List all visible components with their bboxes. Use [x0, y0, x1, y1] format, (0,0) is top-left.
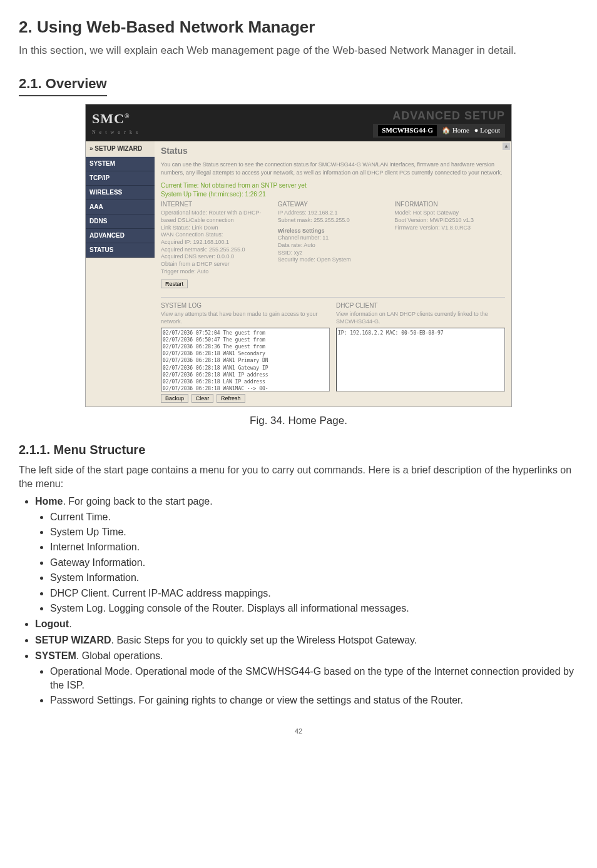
status-title: Status [161, 145, 505, 158]
list-item: Internet Information. [50, 540, 578, 554]
information-heading: INFORMATION [394, 200, 505, 209]
home-link[interactable]: 🏠 Home [442, 126, 469, 135]
list-item: System Log. Logging console of the Route… [50, 602, 578, 615]
sidebar-item-wireless[interactable]: WIRELESS [86, 186, 155, 200]
figure-caption: Fig. 34. Home Page. [19, 413, 578, 428]
dhcp-client-desc: View information on LAN DHCP clients cur… [336, 310, 505, 326]
list-item: Password Settings. For gaining rights to… [50, 694, 578, 707]
menu-list: Home. For going back to the start page. … [19, 495, 578, 707]
list-item: System Up Time. [50, 525, 578, 539]
system-log-heading: SYSTEM LOG [161, 301, 330, 310]
sidebar: » SETUP WIZARD SYSTEM TCP/IP WIRELESS AA… [86, 141, 155, 406]
list-item: Current Time. [50, 510, 578, 524]
gateway-details: IP Address: 192.168.2.1 Subnet mask: 255… [278, 209, 389, 224]
internet-heading: INTERNET [161, 200, 272, 209]
page-title: 2. Using Web-Based Network Manager [19, 16, 578, 38]
status-desc: You can use the Status screen to see the… [161, 161, 505, 176]
intro-text: In this section, we will explain each We… [19, 43, 578, 58]
list-item: Operational Mode. Operational mode of th… [50, 665, 578, 693]
gateway-heading: GATEWAY [278, 200, 389, 209]
list-item: Home. For going back to the start page. … [35, 495, 578, 615]
scroll-up-icon[interactable]: ▲ [503, 143, 510, 150]
logout-link[interactable]: ● Logout [474, 126, 500, 135]
section-menu-structure: 2.1.1. Menu Structure [19, 441, 578, 458]
wireless-settings-details: Channel number: 11 Data rate: Auto SSID:… [278, 235, 389, 264]
sidebar-item-aaa[interactable]: AAA [86, 200, 155, 214]
sidebar-item-tcpip[interactable]: TCP/IP [86, 171, 155, 186]
smc-logo: SMC® [92, 111, 130, 126]
information-details: Model: Hot Spot Gateway Boot Version: MW… [394, 209, 505, 231]
list-item: Gateway Information. [50, 556, 578, 570]
advanced-setup-label: ADVANCED SETUP [373, 108, 505, 124]
list-item: DHCP Client. Current IP-MAC address mapp… [50, 587, 578, 600]
sidebar-item-advanced[interactable]: ADVANCED [86, 229, 155, 243]
status-content: ▲ Status You can use the Status screen t… [155, 141, 511, 406]
backup-button[interactable]: Backup [161, 394, 188, 403]
restart-button[interactable]: Restart [161, 280, 188, 288]
dhcp-client-textarea[interactable]: IP: 192.168.2.2 MAC: 00-50-EB-08-97 [336, 328, 505, 391]
smc-logo-subtitle: N e t w o r k s [92, 129, 139, 136]
menu-intro-text: The left side of the start page contains… [19, 463, 578, 492]
sidebar-item-ddns[interactable]: DDNS [86, 214, 155, 229]
system-log-desc: View any attempts that have been made to… [161, 310, 330, 326]
list-item: System Information. [50, 571, 578, 585]
wireless-settings-heading: Wireless Settings [278, 227, 389, 235]
list-item: SYSTEM. Global operations. Operational M… [35, 649, 578, 708]
sidebar-item-status[interactable]: STATUS [86, 243, 155, 258]
screenshot-header: SMC® N e t w o r k s ADVANCED SETUP SMCW… [86, 104, 511, 141]
current-time: Current Time: Not obtained from an SNTP … [161, 181, 505, 190]
section-overview: 2.1. Overview [19, 74, 107, 96]
sidebar-setup-wizard[interactable]: » SETUP WIZARD [86, 141, 155, 157]
internet-mode: Operational Mode: Router with a DHCP-bas… [161, 209, 272, 224]
system-up-time: System Up Time (hr:min:sec): 1:26:21 [161, 190, 505, 199]
screenshot-home-page: SMC® N e t w o r k s ADVANCED SETUP SMCW… [85, 104, 512, 407]
list-item: Logout. [35, 617, 578, 631]
sidebar-item-system[interactable]: SYSTEM [86, 157, 155, 171]
model-badge: SMCWHSG44-G [378, 125, 437, 136]
list-item: SETUP WIZARD. Basic Steps for you to qui… [35, 633, 578, 647]
refresh-button[interactable]: Refresh [217, 394, 245, 403]
dhcp-client-heading: DHCP CLIENT [336, 301, 505, 310]
system-log-textarea[interactable]: 02/07/2036 07:52:04 The guest from 02/07… [161, 328, 330, 391]
page-number: 42 [19, 727, 578, 736]
clear-button[interactable]: Clear [191, 394, 214, 403]
internet-details: Link Status: Link Down WAN Connection St… [161, 225, 272, 276]
